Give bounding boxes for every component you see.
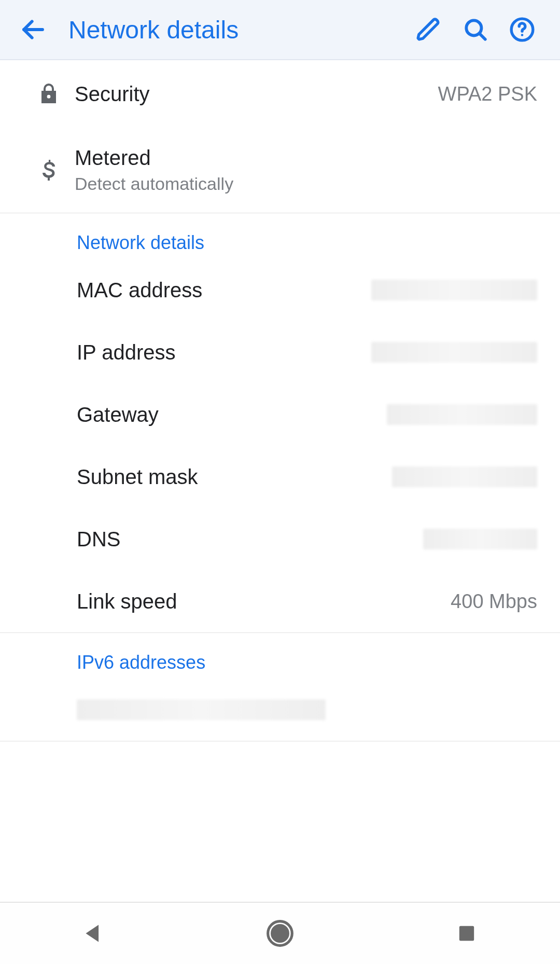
ip-address-value-redacted <box>371 342 537 363</box>
content-area: Security WPA2 PSK Metered Detect automat… <box>0 60 560 902</box>
nav-home-button[interactable] <box>251 919 309 948</box>
dns-value-redacted <box>423 529 537 549</box>
help-button[interactable] <box>499 17 545 43</box>
triangle-back-icon <box>82 922 105 945</box>
subnet-mask-label: Subnet mask <box>77 465 392 489</box>
search-button[interactable] <box>452 17 499 43</box>
circle-home-icon <box>265 919 295 948</box>
svg-rect-7 <box>460 927 474 941</box>
mac-address-row[interactable]: MAC address <box>0 259 560 321</box>
link-speed-value: 400 Mbps <box>451 590 537 613</box>
system-nav-bar <box>0 902 560 964</box>
ip-address-row[interactable]: IP address <box>0 321 560 383</box>
section-title-network-details: Network details <box>0 213 560 259</box>
divider <box>0 741 560 741</box>
dns-row[interactable]: DNS <box>0 508 560 570</box>
search-icon <box>463 17 488 43</box>
square-recent-icon <box>456 923 477 944</box>
ipv6-address-value-redacted <box>77 699 326 720</box>
subnet-mask-value-redacted <box>392 466 537 487</box>
nav-recent-button[interactable] <box>438 923 495 944</box>
security-value: WPA2 PSK <box>438 83 537 105</box>
nav-back-button[interactable] <box>65 922 122 945</box>
link-speed-label: Link speed <box>77 590 451 613</box>
security-label: Security <box>75 82 438 106</box>
back-button[interactable] <box>15 16 52 44</box>
gateway-row[interactable]: Gateway <box>0 383 560 446</box>
security-row[interactable]: Security WPA2 PSK <box>0 60 560 128</box>
metered-secondary: Detect automatically <box>75 174 537 194</box>
gateway-value-redacted <box>387 404 537 425</box>
edit-button[interactable] <box>405 17 452 43</box>
page-title: Network details <box>68 16 405 44</box>
lock-icon <box>23 81 75 106</box>
help-icon <box>509 17 535 43</box>
arrow-back-icon <box>19 16 47 44</box>
link-speed-row[interactable]: Link speed 400 Mbps <box>0 570 560 632</box>
section-title-ipv6: IPv6 addresses <box>0 633 560 679</box>
subnet-mask-row[interactable]: Subnet mask <box>0 446 560 508</box>
svg-line-2 <box>479 33 485 39</box>
mac-address-value-redacted <box>371 280 537 300</box>
app-bar: Network details <box>0 0 560 60</box>
dollar-icon <box>23 158 75 183</box>
gateway-label: Gateway <box>77 403 387 426</box>
ip-address-label: IP address <box>77 341 371 364</box>
pencil-icon <box>416 17 442 43</box>
svg-point-6 <box>271 925 289 942</box>
dns-label: DNS <box>77 528 423 551</box>
mac-address-label: MAC address <box>77 279 371 302</box>
ipv6-address-row[interactable] <box>0 679 560 741</box>
metered-label: Metered <box>75 146 537 170</box>
svg-point-4 <box>521 34 524 36</box>
metered-row[interactable]: Metered Detect automatically <box>0 128 560 213</box>
